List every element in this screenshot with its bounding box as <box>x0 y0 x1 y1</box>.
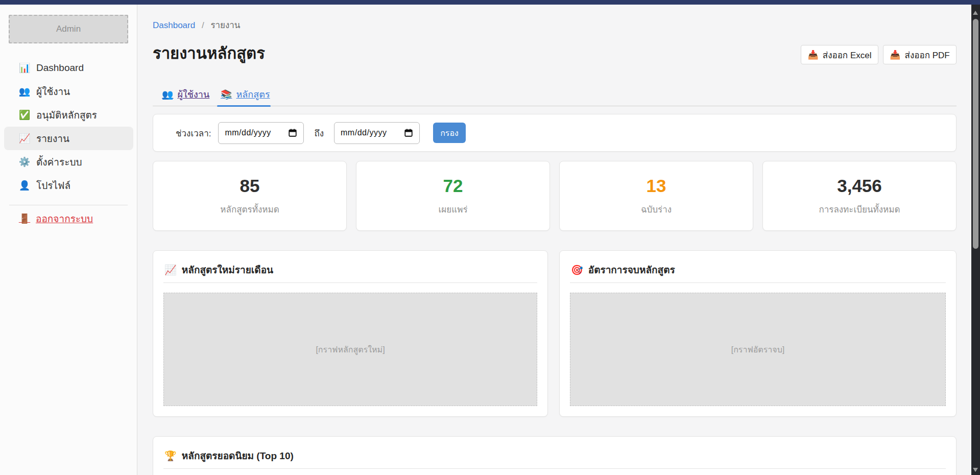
brand-placeholder: Admin <box>9 15 128 43</box>
chart-title: หลักสูตรใหม่รายเดือน <box>182 262 273 277</box>
breadcrumb: Dashboard / รายงาน <box>153 18 240 32</box>
trophy-icon: 🏆 <box>164 450 177 462</box>
tab-courses-label: หลักสูตร <box>236 87 270 102</box>
download-icon: 📥 <box>808 50 819 60</box>
stat-card-total-courses: 85 หลักสูตรทั้งหมด <box>153 161 347 231</box>
top-navy-bar <box>0 0 980 5</box>
stat-card-drafts: 13 ฉบับร่าง <box>559 161 753 231</box>
breadcrumb-separator: / <box>202 20 204 30</box>
popular-courses-card: 🏆 หลักสูตรยอดนิยม (Top 10) <box>153 436 957 475</box>
download-icon: 📥 <box>890 50 900 60</box>
new-courses-chart-placeholder: [กราฟหลักสูตรใหม่] <box>163 293 537 406</box>
breadcrumb-current: รายงาน <box>210 20 240 30</box>
stat-value-3: 3,456 <box>837 176 882 196</box>
placeholder-text: [กราฟอัตราจบ] <box>731 343 785 356</box>
date-from-value: mm/dd/yyyy <box>225 128 284 137</box>
calendar-icon[interactable] <box>288 128 297 137</box>
sidebar-item-course-approval[interactable]: ✅ อนุมัติหลักสูตร <box>4 103 133 127</box>
placeholder-text: [กราฟหลักสูตรใหม่] <box>316 343 385 356</box>
stat-label: เผยแพร่ <box>438 202 467 216</box>
sidebar-item-label: ผู้ใช้งาน <box>36 84 70 99</box>
sidebar-item-users[interactable]: 👥 ผู้ใช้งาน <box>4 80 133 103</box>
vertical-scrollbar[interactable] <box>971 5 980 475</box>
stat-value-0: 85 <box>240 176 260 196</box>
sidebar-divider <box>9 205 128 205</box>
sidebar-item-reports[interactable]: 📈 รายงาน <box>4 127 133 150</box>
target-icon: 🎯 <box>571 264 583 276</box>
tab-courses[interactable]: 📚 หลักสูตร <box>221 87 270 102</box>
date-to-value: mm/dd/yyyy <box>341 128 400 137</box>
scrollbar-up-arrow[interactable] <box>973 11 978 15</box>
users-icon: 👥 <box>162 89 173 100</box>
line-chart-icon: 📈 <box>164 264 177 276</box>
bar-chart-icon: 📊 <box>18 62 31 74</box>
active-tab-underline <box>217 105 271 107</box>
scrollbar-down-arrow[interactable] <box>973 468 978 472</box>
export-excel-label: ส่งออก Excel <box>823 48 872 62</box>
books-icon: 📚 <box>221 89 232 100</box>
page-title: รายงานหลักสูตร <box>153 40 265 66</box>
completion-rate-chart-placeholder: [กราฟอัตราจบ] <box>570 293 946 406</box>
profile-icon: 👤 <box>18 180 31 191</box>
tab-users-label: ผู้ใช้งาน <box>177 87 209 102</box>
gear-icon: ⚙️ <box>18 156 31 168</box>
stat-value-2: 13 <box>647 176 666 196</box>
main-content: Dashboard / รายงาน รายงานหลักสูตร 📥 ส่งอ… <box>138 5 971 475</box>
door-icon: 🚪 <box>18 213 31 224</box>
chart-up-icon: 📈 <box>18 133 31 144</box>
sidebar-item-label: อนุมัติหลักสูตร <box>36 107 97 123</box>
tab-users[interactable]: 👥 ผู้ใช้งาน <box>162 87 209 102</box>
divider <box>570 282 946 283</box>
report-page: Admin 📊 Dashboard 👥 ผู้ใช้งาน ✅ อนุมัติห… <box>0 0 980 475</box>
sidebar-item-profile[interactable]: 👤 โปรไฟล์ <box>4 174 133 197</box>
stat-card-published: 72 เผยแพร่ <box>356 161 550 231</box>
brand-label: Admin <box>56 24 81 34</box>
divider <box>163 468 946 469</box>
sidebar-item-settings[interactable]: ⚙️ ตั้งค่าระบบ <box>4 150 133 174</box>
date-to-input[interactable]: mm/dd/yyyy <box>334 122 420 144</box>
date-range-label: ช่วงเวลา: <box>176 126 211 140</box>
export-pdf-button[interactable]: 📥 ส่งออก PDF <box>883 45 957 64</box>
sidebar-item-label: โปรไฟล์ <box>36 178 70 193</box>
stat-card-total-enrollments: 3,456 การลงทะเบียนทั้งหมด <box>762 161 957 231</box>
logout-link[interactable]: 🚪 ออกจากระบบ <box>18 211 93 226</box>
to-label: ถึง <box>314 126 324 140</box>
filter-card: ช่วงเวลา: mm/dd/yyyy ถึง mm/dd/yyyy <box>153 114 957 152</box>
sidebar-item-label: Dashboard <box>36 62 84 74</box>
stat-label: หลักสูตรทั้งหมด <box>220 202 279 216</box>
export-pdf-label: ส่งออก PDF <box>905 48 950 62</box>
breadcrumb-dashboard-link[interactable]: Dashboard <box>153 20 195 30</box>
stat-value-1: 72 <box>443 176 463 196</box>
stat-label: การลงทะเบียนทั้งหมด <box>819 202 900 216</box>
users-icon: 👥 <box>18 86 31 97</box>
stat-label: ฉบับร่าง <box>641 202 672 216</box>
sidebar-menu: 📊 Dashboard 👥 ผู้ใช้งาน ✅ อนุมัติหลักสูต… <box>4 56 133 197</box>
tab-bar: 👥 ผู้ใช้งาน 📚 หลักสูตร <box>153 84 957 106</box>
export-excel-button[interactable]: 📥 ส่งออก Excel <box>801 45 878 64</box>
check-icon: ✅ <box>18 109 31 121</box>
sidebar-item-dashboard[interactable]: 📊 Dashboard <box>4 56 133 80</box>
popular-title: หลักสูตรยอดนิยม (Top 10) <box>182 448 294 463</box>
logout-label: ออกจากระบบ <box>36 211 93 226</box>
sidebar-item-label: รายงาน <box>36 131 69 146</box>
divider <box>163 282 537 283</box>
chart-title: อัตราการจบหลักสูตร <box>588 262 675 277</box>
completion-rate-chart-card: 🎯 อัตราการจบหลักสูตร [กราฟอัตราจบ] <box>559 250 957 417</box>
date-from-input[interactable]: mm/dd/yyyy <box>218 122 304 144</box>
sidebar: Admin 📊 Dashboard 👥 ผู้ใช้งาน ✅ อนุมัติห… <box>0 5 137 475</box>
filter-button[interactable]: กรอง <box>433 123 466 143</box>
calendar-icon[interactable] <box>404 128 413 137</box>
scrollbar-thumb[interactable] <box>973 19 978 249</box>
new-courses-chart-card: 📈 หลักสูตรใหม่รายเดือน [กราฟหลักสูตรใหม่… <box>153 250 548 417</box>
sidebar-item-label: ตั้งค่าระบบ <box>36 154 82 170</box>
